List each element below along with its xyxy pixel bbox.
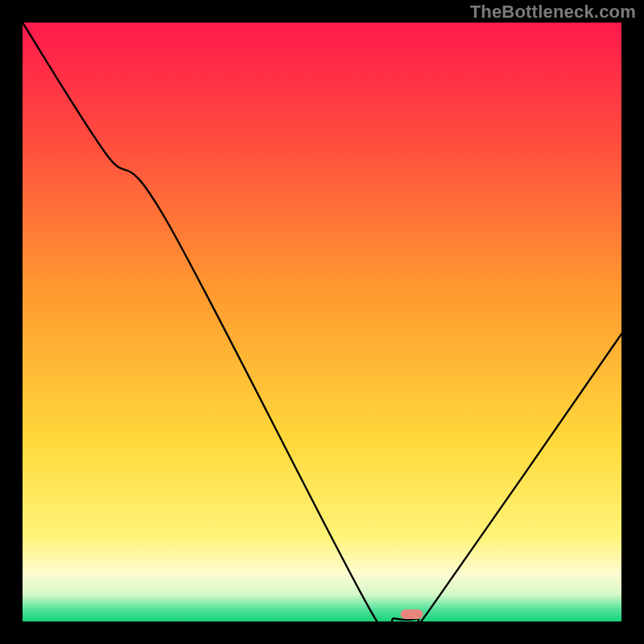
plot-background <box>23 23 621 621</box>
bottleneck-chart <box>0 0 644 644</box>
chart-container: TheBottleneck.com <box>0 0 644 644</box>
optimal-marker <box>401 609 423 619</box>
watermark-text: TheBottleneck.com <box>470 2 636 23</box>
